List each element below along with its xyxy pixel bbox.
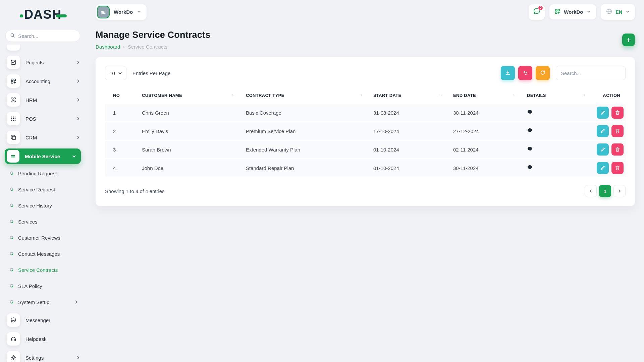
- sidebar-item-projects[interactable]: Projects: [5, 56, 80, 69]
- delete-button[interactable]: [611, 162, 624, 174]
- globe-icon: [606, 8, 612, 16]
- sidebar-item-hrm[interactable]: HRM: [5, 93, 80, 107]
- submenu-item-label: Service Request: [18, 187, 55, 192]
- page-number-button[interactable]: 1: [599, 185, 611, 197]
- grid-plus-icon: [554, 8, 560, 15]
- entries-per-page-select[interactable]: 10: [105, 66, 126, 80]
- submenu-item-services[interactable]: Services: [5, 217, 80, 226]
- column-header-customer-name[interactable]: CUSTOMER NAME↑↓: [139, 88, 243, 103]
- cell-end: 27-12-2024: [450, 122, 524, 140]
- sidebar-item-pos[interactable]: POS: [5, 112, 80, 125]
- submenu-item-customer-reviews[interactable]: Customer Reviews: [5, 233, 80, 242]
- submenu-item-pending-request[interactable]: Pending Request: [5, 169, 80, 178]
- submenu-item-service-contracts[interactable]: Service Contracts: [5, 265, 80, 275]
- cell-customer: Chris Green: [139, 104, 243, 121]
- sidebar-item-mobile-service[interactable]: Mobile Service: [5, 148, 81, 164]
- dash-logo[interactable]: DASH: [24, 7, 62, 22]
- headset-icon: [7, 332, 20, 346]
- table-search-input[interactable]: [556, 66, 626, 80]
- page-title: Manage Service Contracts: [96, 30, 635, 40]
- chevron-right-icon: [76, 117, 80, 121]
- messages-button[interactable]: 0: [529, 4, 545, 20]
- workspace-selector[interactable]: WorkDo: [96, 4, 147, 20]
- sidebar-item-label: Settings: [25, 355, 44, 361]
- reset-button[interactable]: [518, 66, 532, 80]
- cell-end: 30-11-2024: [450, 159, 524, 177]
- cell-details: [524, 122, 593, 140]
- cell-action: [593, 159, 626, 177]
- edit-button[interactable]: [597, 143, 609, 156]
- edit-button[interactable]: [597, 162, 609, 174]
- delete-button[interactable]: [611, 143, 624, 156]
- edit-button[interactable]: [597, 107, 609, 119]
- main-content: WorkDo 0 WorkDo: [86, 0, 644, 206]
- column-header-contract-type[interactable]: CONTRACT TYPE↑↓: [243, 88, 370, 103]
- comment-icon[interactable]: [527, 146, 533, 152]
- add-contract-button[interactable]: +: [622, 34, 635, 46]
- cell-start: 31-08-2024: [370, 104, 450, 121]
- sidebar-search[interactable]: [5, 30, 80, 42]
- submenu-item-service-history[interactable]: Service History: [5, 201, 80, 210]
- sort-icon[interactable]: ↑↓: [513, 93, 520, 97]
- comment-icon[interactable]: [527, 165, 533, 170]
- cell-contract: Extended Warranty Plan: [243, 141, 370, 158]
- cell-end: 30-11-2024: [450, 104, 524, 121]
- submenu-item-label: Services: [18, 219, 38, 225]
- submenu-item-label: System Setup: [18, 299, 49, 305]
- table-row: 4 John Doe Standard Repair Plan 01-10-20…: [105, 159, 626, 177]
- sidebar-item-settings[interactable]: Settings: [5, 351, 80, 362]
- chevron-right-icon: [76, 135, 80, 139]
- refresh-icon: [540, 70, 546, 77]
- user-menu-button[interactable]: WorkDo: [549, 4, 596, 19]
- sidebar-item-label: POS: [25, 116, 36, 122]
- entries-per-page-label: Entries Per Page: [132, 70, 170, 76]
- chevron-down-icon: [626, 9, 630, 15]
- submenu-item-contact-messages[interactable]: Contact Messages: [5, 249, 80, 258]
- table-row: 2 Emily Davis Premium Service Plan 17-10…: [105, 122, 626, 140]
- table-header-row: NO CUSTOMER NAME↑↓ CONTRACT TYPE↑↓ START…: [105, 88, 626, 103]
- export-button[interactable]: [501, 66, 515, 80]
- submenu-item-service-request[interactable]: Service Request: [5, 185, 80, 194]
- cell-customer: Emily Davis: [139, 122, 243, 140]
- sidebar-bottom-menu: Messenger Helpdesk Settings: [5, 313, 80, 362]
- sidebar-item-accounting[interactable]: Accounting: [5, 74, 80, 88]
- sort-icon[interactable]: ↑↓: [232, 93, 239, 97]
- submenu-item-sla-policy[interactable]: SLA Policy: [5, 281, 80, 291]
- delete-button[interactable]: [611, 125, 624, 137]
- dots-grid-icon: [7, 112, 20, 125]
- previous-page-button[interactable]: [585, 185, 597, 197]
- edit-button[interactable]: [597, 125, 609, 137]
- menu-bars-icon: [7, 150, 19, 163]
- chevron-down-icon: [137, 9, 141, 15]
- sidebar-item-crm[interactable]: CRM: [5, 131, 80, 144]
- column-header-details[interactable]: DETAILS↑↓: [524, 88, 593, 103]
- cell-no: 4: [105, 159, 139, 177]
- sort-icon[interactable]: ↑↓: [582, 93, 590, 97]
- comment-icon[interactable]: [527, 128, 533, 133]
- contracts-table: NO CUSTOMER NAME↑↓ CONTRACT TYPE↑↓ START…: [105, 87, 626, 178]
- chevron-right-icon: [76, 79, 80, 83]
- sort-icon[interactable]: ↑↓: [359, 93, 367, 97]
- submenu-item-label: Contact Messages: [18, 251, 60, 257]
- next-page-button[interactable]: [613, 185, 626, 197]
- sidebar-item-messenger[interactable]: Messenger: [5, 313, 80, 327]
- cell-action: [593, 122, 626, 140]
- language-selector[interactable]: EN: [601, 4, 635, 20]
- cell-contract: Basic Coverage: [243, 104, 370, 121]
- sidebar-item-helpdesk[interactable]: Helpdesk: [5, 332, 80, 346]
- delete-button[interactable]: [611, 107, 624, 119]
- chevron-right-icon: [76, 60, 80, 64]
- building-icon: [97, 6, 110, 18]
- column-header-action: ACTION: [593, 88, 626, 103]
- sidebar-search-input[interactable]: [18, 33, 85, 39]
- cell-action: [593, 141, 626, 158]
- submenu-item-system-setup[interactable]: System Setup: [5, 297, 80, 307]
- column-header-end-date[interactable]: END DATE↑↓: [450, 88, 524, 103]
- sort-icon[interactable]: ↑↓: [439, 93, 446, 97]
- breadcrumb-dashboard-link[interactable]: Dashboard: [96, 44, 120, 50]
- submenu-item-label: Service History: [18, 203, 52, 208]
- column-header-start-date[interactable]: START DATE↑↓: [370, 88, 450, 103]
- refresh-button[interactable]: [536, 66, 550, 80]
- bullet-icon: [10, 283, 13, 289]
- comment-icon[interactable]: [527, 109, 533, 115]
